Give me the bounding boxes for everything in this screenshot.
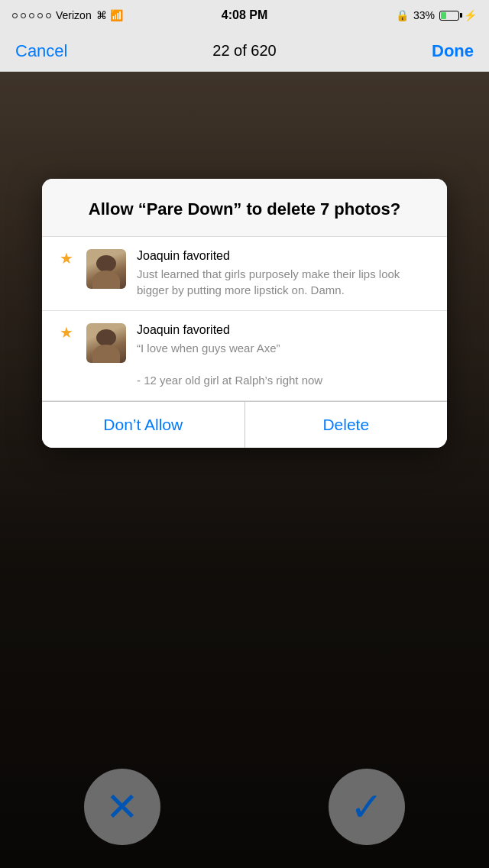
item-user-action-2: Joaquin favorited xyxy=(137,323,432,337)
dot-3 xyxy=(29,13,34,18)
modal-buttons: Don’t Allow Delete xyxy=(42,401,447,448)
star-icon-1: ★ xyxy=(60,249,73,267)
done-button[interactable]: Done xyxy=(432,41,474,61)
permission-dialog: Allow “Pare Down” to delete 7 photos? ★ … xyxy=(42,179,447,448)
list-item: ★ Joaquin favorited Just learned that gi… xyxy=(42,237,447,311)
delete-button[interactable]: Delete xyxy=(245,402,448,448)
wifi-icon: ⌘ 📶 xyxy=(96,9,123,21)
lightning-icon: ⚡ xyxy=(464,9,477,21)
dont-allow-button[interactable]: Don’t Allow xyxy=(42,402,245,448)
avatar-2 xyxy=(86,323,126,363)
modal-title: Allow “Pare Down” to delete 7 photos? xyxy=(65,199,424,221)
dot-4 xyxy=(37,13,43,18)
lock-icon: 🔒 xyxy=(396,9,409,21)
dot-5 xyxy=(46,13,51,18)
modal-overlay: Allow “Pare Down” to delete 7 photos? ★ … xyxy=(0,72,489,868)
nav-bar: Cancel 22 of 620 Done xyxy=(0,31,489,72)
avatar-1 xyxy=(86,249,126,289)
status-time: 4:08 PM xyxy=(222,8,267,22)
dot-1 xyxy=(12,13,18,18)
list-item: ★ Joaquin favorited “I love when guys we… xyxy=(42,311,447,401)
star-icon-2: ★ xyxy=(60,323,73,342)
battery-percent: 33% xyxy=(413,9,435,21)
modal-header: Allow “Pare Down” to delete 7 photos? xyxy=(42,179,447,237)
nav-title: 22 of 620 xyxy=(212,42,276,60)
carrier-label: Verizon xyxy=(56,9,92,21)
dot-2 xyxy=(21,13,26,18)
status-right: 🔒 33% ⚡ xyxy=(396,9,477,21)
status-bar: Verizon ⌘ 📶 4:08 PM 🔒 33% ⚡ xyxy=(0,0,489,31)
modal-content: ★ Joaquin favorited Just learned that gi… xyxy=(42,237,447,401)
item-body-1: Just learned that girls purposely make t… xyxy=(137,266,432,298)
signal-dots xyxy=(12,13,51,18)
item-body-2: “I love when guys wear Axe” - 12 year ol… xyxy=(137,340,432,388)
cancel-button[interactable]: Cancel xyxy=(15,41,67,61)
battery-icon xyxy=(439,11,459,21)
item-user-action-1: Joaquin favorited xyxy=(137,249,432,263)
status-left: Verizon ⌘ 📶 xyxy=(12,9,123,21)
